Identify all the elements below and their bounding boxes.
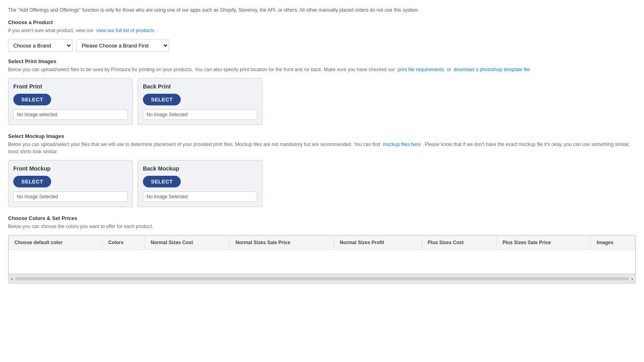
print-images-desc: Below you can upload/select files to be …	[8, 66, 636, 73]
choose-product-desc: If you aren't sure what product, view ou…	[8, 27, 636, 34]
scroll-left-arrow[interactable]: ‹	[11, 276, 13, 282]
back-mockup-panel: Back Mockup SELECT No Image Selected	[138, 160, 262, 207]
brand-select[interactable]: Choose a Brand	[8, 39, 72, 52]
front-print-title: Front Print	[13, 83, 128, 90]
scroll-bar-track	[15, 277, 629, 280]
scroll-right-arrow[interactable]: ›	[631, 276, 633, 282]
print-requirements-link[interactable]: print file requirements	[398, 67, 444, 72]
col-plus-sale: Plus Sizes Sale Price	[497, 236, 591, 250]
full-list-link[interactable]: view our full list of products	[96, 28, 154, 33]
mockup-images-desc: Below you can upload/select your files t…	[8, 141, 636, 155]
col-images: Images	[591, 236, 636, 250]
back-print-panel: Back Print SELECT No Image Selected	[138, 78, 262, 125]
back-mockup-file-display: No Image Selected	[143, 191, 257, 202]
photoshop-template-link[interactable]: download a photoshop template file	[454, 67, 530, 72]
front-mockup-panel: Front Mockup SELECT No Image Selected	[8, 160, 133, 207]
choose-product-title: Choose a Product	[8, 19, 636, 25]
back-mockup-title: Back Mockup	[143, 165, 257, 172]
back-print-title: Back Print	[143, 83, 257, 90]
back-mockup-select-btn[interactable]: SELECT	[143, 176, 181, 187]
col-normal-profit: Normal Sizes Profit	[334, 236, 422, 250]
col-colors: Colors	[102, 236, 144, 250]
col-default-color: Choose default color	[9, 236, 103, 250]
front-print-select-btn[interactable]: SELECT	[13, 94, 51, 105]
product-select[interactable]: Please Choose a Brand First	[76, 39, 169, 52]
mockup-files-link[interactable]: mockup files here	[383, 142, 421, 147]
colors-section: Choose Colors & Set Prices Below you can…	[8, 215, 636, 284]
product-chooser: Choose a Brand Please Choose a Brand Fir…	[8, 39, 636, 52]
front-mockup-title: Front Mockup	[13, 165, 128, 172]
table-scroll-bar: ‹ ›	[8, 274, 636, 283]
front-print-file-display: No Image selected	[13, 109, 128, 120]
table-empty-row	[9, 250, 636, 274]
colors-desc: Below you can choose the colors you want…	[8, 223, 636, 230]
front-mockup-file-display: No Image Selected	[13, 191, 128, 202]
front-print-panel: Front Print SELECT No Image selected	[8, 78, 133, 125]
mockup-panels: Front Mockup SELECT No Image Selected Ba…	[8, 160, 636, 207]
info-text: The "Add Offerings and Offerings" functi…	[8, 6, 636, 14]
col-normal-sale: Normal Sizes Sale Price	[230, 236, 334, 250]
mockup-images-title: Select Mockup Images	[8, 133, 636, 139]
table-scroll[interactable]: Choose default colorColorsNormal Sizes C…	[8, 235, 636, 274]
colors-table: Choose default colorColorsNormal Sizes C…	[8, 235, 636, 274]
col-normal-cost: Normal Sizes Cost	[145, 236, 230, 250]
col-plus-cost: Plus Sizes Cost	[422, 236, 497, 250]
print-images-title: Select Print Images	[8, 58, 636, 64]
colors-table-wrapper: Choose default colorColorsNormal Sizes C…	[8, 235, 636, 284]
back-print-select-btn[interactable]: SELECT	[143, 94, 181, 105]
colors-title: Choose Colors & Set Prices	[8, 215, 636, 221]
back-print-file-display: No Image Selected	[143, 109, 257, 120]
choose-product-subtitle: If you aren't sure what product, view ou…	[8, 28, 93, 33]
print-panels: Front Print SELECT No Image selected Bac…	[8, 78, 636, 125]
front-mockup-select-btn[interactable]: SELECT	[13, 176, 51, 187]
